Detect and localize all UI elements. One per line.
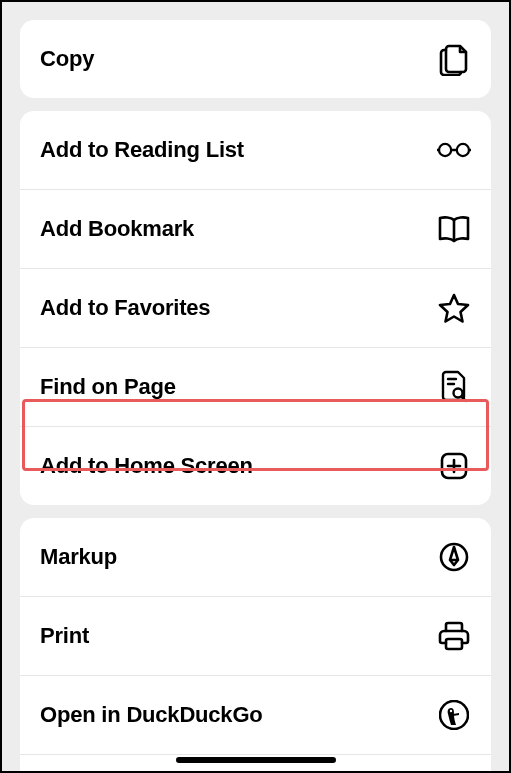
glasses-icon <box>437 133 471 167</box>
svg-rect-5 <box>446 639 462 649</box>
home-indicator <box>176 757 336 763</box>
duckduckgo-row[interactable]: Open in DuckDuckGo <box>20 675 491 754</box>
printer-icon <box>437 619 471 653</box>
markup-row[interactable]: Markup <box>20 518 491 596</box>
bookmark-row[interactable]: Add Bookmark <box>20 189 491 268</box>
markup-pen-icon <box>437 540 471 574</box>
copy-label: Copy <box>40 46 94 72</box>
star-icon <box>437 291 471 325</box>
group-copy: Copy <box>20 20 491 98</box>
bookmark-label: Add Bookmark <box>40 216 194 242</box>
favorites-label: Add to Favorites <box>40 295 210 321</box>
favorites-row[interactable]: Add to Favorites <box>20 268 491 347</box>
home-screen-row[interactable]: Add to Home Screen <box>20 426 491 505</box>
markup-label: Markup <box>40 544 117 570</box>
copy-row[interactable]: Copy <box>20 20 491 98</box>
plus-square-icon <box>437 449 471 483</box>
group-more-actions: Markup Print Open in DuckDuckGo <box>20 518 491 773</box>
find-doc-icon <box>437 370 471 404</box>
find-on-page-row[interactable]: Find on Page <box>20 347 491 426</box>
duckduckgo-icon <box>437 698 471 732</box>
copy-doc-icon <box>437 42 471 76</box>
home-screen-label: Add to Home Screen <box>40 453 253 479</box>
print-row[interactable]: Print <box>20 596 491 675</box>
duckduckgo-label: Open in DuckDuckGo <box>40 702 263 728</box>
group-main-actions: Add to Reading List Add Bookmark <box>20 111 491 505</box>
find-on-page-label: Find on Page <box>40 374 176 400</box>
svg-point-1 <box>457 144 469 156</box>
reading-list-row[interactable]: Add to Reading List <box>20 111 491 189</box>
reading-list-label: Add to Reading List <box>40 137 244 163</box>
book-icon <box>437 212 471 246</box>
print-label: Print <box>40 623 89 649</box>
svg-point-0 <box>439 144 451 156</box>
svg-point-7 <box>450 710 452 712</box>
